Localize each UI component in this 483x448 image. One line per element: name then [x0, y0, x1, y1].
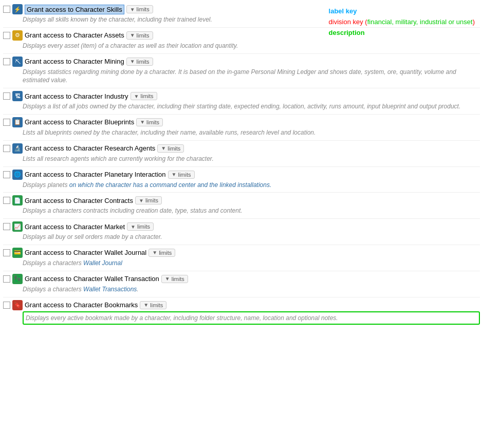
checkbox-assets[interactable] — [3, 32, 10, 39]
divider — [3, 53, 480, 54]
checkbox-skills[interactable] — [3, 6, 10, 13]
divider — [3, 245, 480, 245]
label-bookmarks: Grant access to Character Bookmarks — [25, 301, 138, 309]
label-blueprints: Grant access to Character Blueprints — [25, 118, 134, 126]
icon-skills: ⚡ — [12, 4, 23, 14]
filter-icon: ▼ — [161, 145, 166, 151]
checkbox-blueprints[interactable] — [3, 119, 10, 126]
divider — [3, 114, 480, 115]
icon-industry: 🏗 — [12, 91, 23, 101]
checkbox-industry[interactable] — [3, 92, 10, 100]
limits-button-industry[interactable]: ▼limits — [131, 92, 157, 100]
icon-research-agents: 🔬 — [12, 143, 23, 154]
item-row-contracts: 📄Grant access to Character Contracts▼lim… — [3, 195, 480, 206]
limits-button-blueprints[interactable]: ▼limits — [136, 118, 163, 126]
limits-button-bookmarks[interactable]: ▼limits — [140, 301, 166, 309]
divider — [3, 166, 480, 167]
divider — [3, 297, 480, 297]
divider — [3, 271, 480, 271]
filter-icon: ▼ — [130, 32, 135, 38]
legend-division-key: division key (financial, military, indus… — [329, 17, 475, 28]
limits-button-planetary[interactable]: ▼limits — [168, 171, 195, 179]
description-wallet-journal: Displays a characters Wallet Journal — [23, 259, 480, 268]
icon-planetary: 🌐 — [12, 170, 23, 180]
limits-button-wallet-transaction[interactable]: ▼limits — [161, 275, 188, 283]
icon-bookmarks: 🔖 — [12, 300, 23, 310]
limits-button-skills[interactable]: ▼limits — [126, 5, 153, 13]
label-planetary: Grant access to Character Planetary Inte… — [25, 171, 166, 178]
filter-icon: ▼ — [165, 276, 170, 282]
item-block-research-agents: 🔬Grant access to Character Research Agen… — [3, 142, 480, 164]
label-market: Grant access to Character Market — [25, 223, 125, 231]
divider — [3, 88, 480, 88]
description-market: Displays all buy or sell orders made by … — [23, 233, 480, 241]
item-block-wallet-transaction: 💱Grant access to Character Wallet Transa… — [3, 273, 480, 295]
limits-button-assets[interactable]: ▼limits — [126, 31, 153, 40]
description-link: on which the character has a command cen… — [69, 181, 272, 189]
label-research-agents: Grant access to Character Research Agent… — [25, 144, 155, 152]
icon-mining: ⛏ — [12, 57, 23, 67]
description-link[interactable]: Wallet Transactions — [83, 286, 137, 293]
description-highlight-bookmarks: Displays every active bookmark made by a… — [23, 311, 480, 325]
item-row-industry: 🏗Grant access to Character Industry▼limi… — [3, 91, 480, 101]
icon-assets: ⚙ — [12, 30, 23, 41]
limits-button-contracts[interactable]: ▼limits — [135, 196, 162, 204]
icon-market: 📈 — [12, 221, 23, 232]
item-block-industry: 🏗Grant access to Character Industry▼limi… — [3, 90, 480, 112]
filter-icon: ▼ — [139, 198, 144, 203]
item-block-contracts: 📄Grant access to Character Contracts▼lim… — [3, 194, 480, 216]
icon-blueprints: 📋 — [12, 117, 23, 127]
label-wallet-transaction: Grant access to Character Wallet Transac… — [25, 275, 159, 283]
item-block-mining: ⛏Grant access to Character Mining▼limits… — [3, 55, 480, 86]
checkbox-contracts[interactable] — [3, 197, 10, 204]
item-row-wallet-journal: 💳Grant access to Character Wallet Journa… — [3, 248, 480, 258]
description-link[interactable]: Wallet Journal — [83, 259, 122, 267]
label-skills: Grant access to Character Skills — [25, 5, 124, 14]
label-mining: Grant access to Character Mining — [25, 58, 124, 65]
item-block-blueprints: 📋Grant access to Character Blueprints▼li… — [3, 116, 480, 138]
filter-icon: ▼ — [130, 7, 135, 12]
checkbox-mining[interactable] — [3, 58, 10, 65]
legend-label-key: label key — [329, 6, 475, 17]
icon-contracts: 📄 — [12, 195, 23, 206]
description-industry: Displays a list of all jobs owned by the… — [23, 102, 480, 111]
description-blueprints: Lists all blueprints owned by the charac… — [23, 128, 480, 137]
filter-icon: ▼ — [140, 119, 145, 125]
item-row-mining: ⛏Grant access to Character Mining▼limits — [3, 57, 480, 67]
icon-wallet-journal: 💳 — [12, 248, 23, 258]
checkbox-wallet-journal[interactable] — [3, 249, 10, 256]
divider — [3, 192, 480, 193]
filter-icon: ▼ — [131, 224, 136, 230]
checkbox-bookmarks[interactable] — [3, 302, 10, 309]
checkbox-planetary[interactable] — [3, 171, 10, 178]
description-wallet-transaction: Displays a characters Wallet Transaction… — [23, 285, 480, 294]
item-block-planetary: 🌐Grant access to Character Planetary Int… — [3, 169, 480, 191]
limits-button-research-agents[interactable]: ▼limits — [157, 144, 184, 153]
filter-icon: ▼ — [134, 94, 139, 99]
item-block-market: 📈Grant access to Character Market▼limits… — [3, 220, 480, 242]
item-row-wallet-transaction: 💱Grant access to Character Wallet Transa… — [3, 274, 480, 284]
limits-button-wallet-journal[interactable]: ▼limits — [148, 249, 175, 257]
description-mining: Displays statistics regarding mining don… — [23, 68, 480, 85]
item-row-market: 📈Grant access to Character Market▼limits — [3, 221, 480, 232]
filter-icon: ▼ — [172, 172, 177, 177]
checkbox-research-agents[interactable] — [3, 145, 10, 152]
items-list: ⚡Grant access to Character Skills▼limits… — [3, 3, 480, 326]
limits-button-market[interactable]: ▼limits — [127, 222, 154, 231]
checkbox-market[interactable] — [3, 223, 10, 230]
filter-icon: ▼ — [143, 302, 148, 308]
label-contracts: Grant access to Character Contracts — [25, 197, 133, 204]
item-block-bookmarks: 🔖Grant access to Character Bookmarks▼lim… — [3, 299, 480, 326]
legend-description: description — [329, 28, 475, 39]
limits-button-mining[interactable]: ▼limits — [126, 58, 153, 66]
icon-wallet-transaction: 💱 — [12, 274, 23, 284]
item-row-blueprints: 📋Grant access to Character Blueprints▼li… — [3, 117, 480, 127]
label-wallet-journal: Grant access to Character Wallet Journal — [25, 249, 146, 256]
description-research-agents: Lists all research agents which are curr… — [23, 155, 480, 163]
checkbox-wallet-transaction[interactable] — [3, 275, 10, 283]
label-assets: Grant access to Character Assets — [25, 31, 124, 39]
description-planetary: Displays planets on which the character … — [23, 181, 480, 190]
page-container: label key division key (financial, milit… — [3, 3, 480, 326]
description-contracts: Displays a characters contracts includin… — [23, 207, 480, 215]
legend: label key division key (financial, milit… — [329, 6, 475, 38]
